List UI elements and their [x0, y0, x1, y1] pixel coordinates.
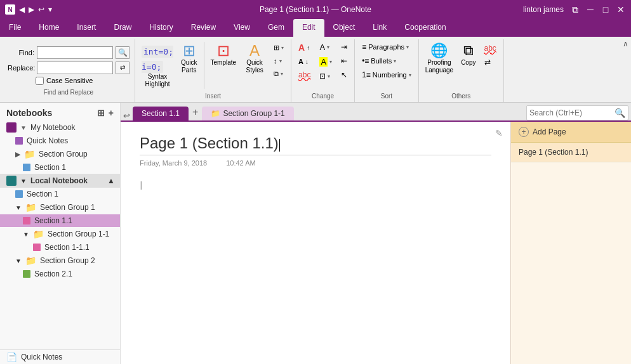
add-tab-button[interactable]: +	[189, 107, 202, 118]
find-search-button[interactable]: 🔍	[116, 46, 130, 59]
format-button[interactable]: ⊡ ▾	[316, 70, 335, 82]
minimize-button[interactable]: ─	[585, 4, 595, 15]
sidebar-item-quick-notes-1[interactable]: Quick Notes	[0, 134, 120, 147]
section-group-2-label: Section Group 2	[40, 256, 95, 265]
close-button[interactable]: ✕	[616, 4, 626, 15]
sidebar-header: Notebooks ⊞ +	[0, 103, 120, 120]
syntax-highlight-button[interactable]: int=0;i=0; Syntax Highlight	[139, 41, 176, 90]
sidebar-item-section-group-1-local[interactable]: ▼ 📁 Section Group 1	[0, 200, 120, 214]
forward-button[interactable]: ▶	[29, 5, 34, 14]
quick-parts-button[interactable]: ⊞ Quick Parts	[178, 41, 200, 76]
proofing-language-button[interactable]: 🌐 Proofing Language	[423, 41, 456, 76]
section-1-icon	[23, 164, 30, 171]
bullets-button[interactable]: •≡ Bullets ▾	[359, 55, 415, 67]
sidebar-item-section-1[interactable]: Section 1	[0, 161, 120, 174]
insert-bottom-button[interactable]: ⧉ ▾	[270, 68, 287, 80]
copy-button[interactable]: ⧉ Copy	[458, 41, 478, 68]
find-input[interactable]	[37, 46, 113, 59]
tab-link[interactable]: Link	[364, 19, 395, 37]
paragraphs-label: Paragraphs	[368, 43, 404, 51]
ribbon-collapse-button[interactable]: ∧	[623, 39, 628, 48]
others-btn2[interactable]: ⇄	[481, 56, 500, 68]
tab-gem[interactable]: Gem	[259, 19, 293, 37]
highlight-button[interactable]: A ▾	[316, 55, 335, 68]
case-sensitive-checkbox[interactable]	[36, 77, 44, 85]
sidebar: Notebooks ⊞ + ▼ My Notebook Quick Notes …	[0, 103, 121, 364]
note-content[interactable]: ✎ Page 1 (Section 1.1) Friday, March 9, …	[121, 122, 510, 364]
section-tab-1-1[interactable]: Section 1.1	[133, 107, 189, 120]
ribbon-others-section: 🌐 Proofing Language ⧉ Copy abc ⇄	[419, 39, 504, 102]
sidebar-item-quick-notes-bottom[interactable]: 📄 Quick Notes	[0, 350, 120, 364]
note-title: Page 1 (Section 1.1)	[140, 134, 491, 155]
quick-notes-1-icon	[15, 137, 23, 145]
section-1-local-label: Section 1	[27, 190, 58, 198]
page-item-1[interactable]: Page 1 (Section 1.1)	[511, 143, 631, 162]
sidebar-item-section-group-2[interactable]: ▼ 📁 Section Group 2	[0, 254, 120, 268]
sidebar-item-section-1-1[interactable]: Section 1.1	[0, 214, 120, 227]
quick-styles-button[interactable]: A Quick Styles	[241, 41, 268, 76]
template-button[interactable]: ⊡ Template	[208, 41, 239, 68]
numbering-button[interactable]: 1≡ Numbering ▾	[359, 68, 415, 81]
tab-review[interactable]: Review	[182, 19, 225, 37]
table-button[interactable]: ⊞ ▾	[270, 42, 287, 54]
tab-insert[interactable]: Insert	[68, 19, 105, 37]
search-icon[interactable]: 🔍	[614, 108, 625, 118]
font-color-button[interactable]: A ▾	[316, 41, 335, 54]
search-bar: 🔍	[526, 105, 628, 120]
font-size-decrease-button[interactable]: A ↓	[295, 56, 314, 67]
section-group-1-1-expand: ▼	[23, 231, 29, 238]
insert-something-button[interactable]: ↕ ▾	[270, 55, 287, 67]
abc-button[interactable]: abc	[295, 68, 314, 81]
syntax-highlight-icon: int=0;i=0;	[142, 42, 173, 73]
local-notebook-collapse-icon[interactable]: ▲	[107, 176, 115, 185]
section-group-1-1-folder-icon: 📁	[33, 229, 44, 239]
tab-file[interactable]: File	[0, 19, 30, 37]
font-size-increase-button[interactable]: A ↑	[295, 41, 314, 55]
restore-button[interactable]: ⧉	[570, 4, 580, 15]
tab-home[interactable]: Home	[30, 19, 68, 37]
paragraphs-button[interactable]: ≡ Paragraphs ▾	[359, 41, 415, 53]
tab-view[interactable]: View	[225, 19, 259, 37]
section-group-tab[interactable]: 📁 Section Group 1-1	[202, 107, 293, 120]
tab-cooperation[interactable]: Cooperation	[395, 19, 455, 37]
note-body-cursor[interactable]: I	[140, 179, 491, 193]
others-section-label: Others	[423, 91, 500, 102]
replace-input[interactable]	[37, 62, 113, 74]
sidebar-item-section-group-1-1[interactable]: ▼ 📁 Section Group 1-1	[0, 227, 120, 241]
syntax-highlight-label: Syntax Highlight	[145, 73, 170, 88]
customize-button[interactable]: ▾	[48, 5, 52, 14]
outdent-button[interactable]: ⇤	[338, 55, 350, 67]
sidebar-expand-icon[interactable]: ⊞	[97, 108, 105, 118]
tab-back-button[interactable]: ↩	[123, 111, 130, 120]
add-page-button[interactable]: + Add Page	[511, 122, 631, 143]
abc-icon: abc	[298, 70, 310, 79]
sidebar-item-section-1-local[interactable]: Section 1	[0, 188, 120, 200]
table-icon: ⊞	[274, 44, 279, 52]
undo-button[interactable]: ↩	[38, 5, 44, 14]
sidebar-item-my-notebook[interactable]: ▼ My Notebook	[0, 120, 120, 134]
template-label: Template	[211, 59, 237, 67]
find-label: Find:	[8, 49, 34, 56]
pointer-button[interactable]: ↖	[338, 68, 350, 81]
table-dropdown-arrow: ▾	[281, 45, 284, 51]
search-input[interactable]	[529, 108, 612, 117]
edit-icon[interactable]: ✎	[495, 128, 503, 138]
content-and-pages: ✎ Page 1 (Section 1.1) Friday, March 9, …	[121, 122, 631, 364]
insert-section-content: int=0;i=0; Syntax Highlight ⊞ Quick Part…	[139, 41, 287, 91]
replace-icon-button[interactable]: ⇄	[116, 62, 130, 74]
sidebar-item-section-2-1[interactable]: Section 2.1	[0, 268, 120, 280]
tab-edit[interactable]: Edit	[293, 19, 324, 37]
maximize-button[interactable]: □	[601, 4, 611, 15]
indent-button[interactable]: ⇥	[338, 41, 350, 53]
tab-draw[interactable]: Draw	[105, 19, 140, 37]
sidebar-item-section-1-1-1[interactable]: Section 1-1.1	[0, 241, 120, 254]
tab-history[interactable]: History	[140, 19, 182, 37]
back-button[interactable]: ◀	[19, 5, 25, 14]
tab-object[interactable]: Object	[324, 19, 364, 37]
sidebar-item-section-group-1[interactable]: ▶ 📁 Section Group	[0, 147, 120, 161]
format-dropdown: ▾	[328, 74, 330, 79]
spellcheck-button[interactable]: abc	[481, 42, 500, 55]
sidebar-add-icon[interactable]: +	[109, 108, 114, 118]
sidebar-item-local-notebook[interactable]: ▼ Local Notebook ▲	[0, 174, 120, 188]
insert-divider	[204, 42, 204, 89]
